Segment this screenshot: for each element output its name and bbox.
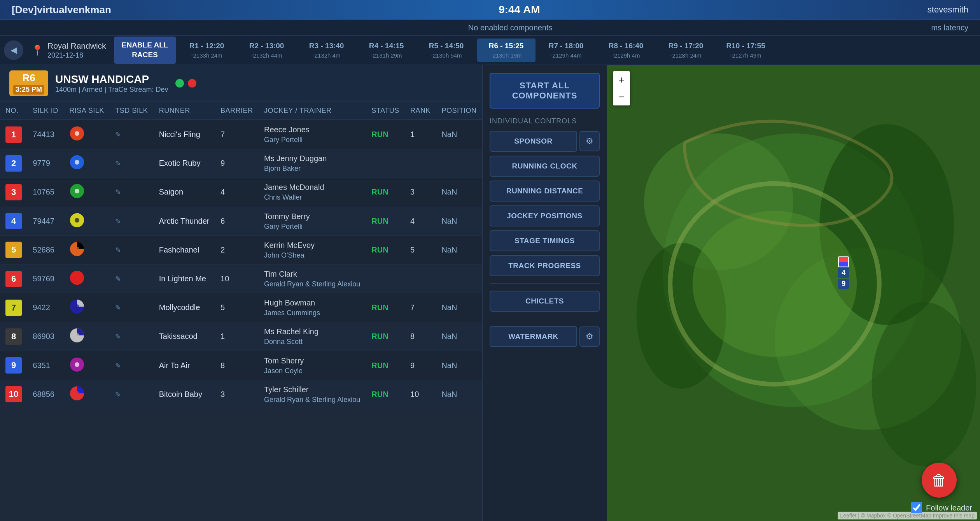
edit-icon[interactable]: ✎ — [115, 275, 121, 283]
race-tab-r6[interactable]: R6 - 15:25 -2130h 19m — [477, 39, 536, 62]
cell-barrier: 10 — [215, 264, 259, 293]
cell-silk-id: 9779 — [27, 149, 64, 178]
edit-icon[interactable]: ✎ — [115, 188, 121, 196]
cell-tsd-silk: ✎ — [110, 351, 154, 380]
map-zoom-in-button[interactable]: + — [613, 71, 630, 88]
race-nav: ◀ 📍 Royal Randwick 2021-12-18 ENABLE ALL… — [0, 36, 980, 65]
jockey-positions-button[interactable]: JOCKEY POSITIONS — [490, 205, 600, 226]
enable-all-races-button[interactable]: ENABLE ALLRACES — [114, 37, 176, 63]
cell-barrier: 7 — [215, 120, 259, 149]
venue-info: 📍 Royal Randwick 2021-12-18 — [25, 40, 112, 60]
cell-status — [366, 149, 405, 178]
num-badge: 4 — [5, 213, 22, 229]
race-tab-r8[interactable]: R8 - 16:40 -2129h 4m — [597, 39, 655, 62]
race-tab-r6-num: R6 - 15:25 — [489, 41, 524, 51]
table-row: 7 9422 ✎ Mollycoddle 5 Hugh Bowman James… — [0, 293, 482, 322]
jockey-name: Tom Sherry — [264, 355, 360, 366]
jockey-name: Reece Jones — [264, 124, 360, 135]
trainer-name: Gary Portelli — [264, 222, 360, 232]
race-tab-r4[interactable]: R4 - 14:15 -2131h 29m — [357, 39, 416, 62]
cell-risa-silk — [64, 322, 110, 351]
follow-leader-checkbox[interactable] — [911, 502, 922, 513]
edit-icon[interactable]: ✎ — [115, 131, 121, 139]
col-tsd-silk: TSD SILK — [110, 102, 154, 120]
running-distance-button[interactable]: RUNNING DISTANCE — [490, 181, 600, 202]
race-tab-r9[interactable]: R9 - 17:20 -2128h 24m — [657, 39, 715, 62]
cell-position: NaN — [436, 322, 482, 351]
edit-icon[interactable]: ✎ — [115, 362, 121, 370]
cell-rank: 1 — [405, 120, 436, 149]
cell-position: NaN — [436, 120, 482, 149]
race-tab-r5-diff: -2130h 54m — [431, 51, 462, 60]
back-button[interactable]: ◀ — [4, 40, 23, 60]
status-value: RUN — [371, 361, 388, 370]
watermark-gear-button[interactable]: ⚙ — [579, 326, 600, 347]
race-tab-r3[interactable]: R3 - 13:40 -2132h 4m — [298, 39, 356, 62]
race-tab-r8-num: R8 - 16:40 — [609, 41, 644, 51]
col-barrier: BARRIER — [215, 102, 259, 120]
cell-status: RUN — [366, 322, 405, 351]
cell-runner: Mollycoddle — [154, 293, 215, 322]
table-row: 8 86903 ✎ Takissacod 1 Ms Rachel King Do… — [0, 322, 482, 351]
edit-icon[interactable]: ✎ — [115, 246, 121, 254]
edit-icon[interactable]: ✎ — [115, 391, 121, 398]
cell-barrier: 2 — [215, 235, 259, 264]
race-tab-r10[interactable]: R10 - 17:55 -2127h 49m — [717, 39, 775, 62]
cell-no: 3 — [0, 178, 27, 207]
race-tab-r5[interactable]: R5 - 14:50 -2130h 54m — [417, 39, 476, 62]
svg-point-9 — [75, 247, 79, 251]
track-progress-button[interactable]: TRACK PROGRESS — [490, 255, 600, 276]
race-header: R6 3:25 PM UNSW HANDICAP 1400m | Armed |… — [0, 65, 482, 102]
divider-2 — [490, 319, 600, 319]
trainer-name: Jason Coyle — [264, 366, 360, 376]
status-value: RUN — [371, 390, 388, 398]
fab-delete-button[interactable]: 🗑 — [922, 463, 957, 498]
edit-icon[interactable]: ✎ — [115, 333, 121, 340]
cell-silk-id: 6351 — [27, 351, 64, 380]
cell-risa-silk — [64, 178, 110, 207]
cell-status — [366, 264, 405, 293]
edit-icon[interactable]: ✎ — [115, 160, 121, 167]
cell-no: 4 — [0, 207, 27, 235]
edit-icon[interactable]: ✎ — [115, 218, 121, 225]
map-panel: + − 4 9 Leaflet | © Mapbox © OpenStreetM… — [607, 65, 980, 521]
chiclets-button[interactable]: CHICLETS — [490, 291, 600, 312]
edit-icon[interactable]: ✎ — [115, 304, 121, 312]
jockey-name: James McDonald — [264, 182, 360, 193]
running-clock-button[interactable]: RUNNING CLOCK — [490, 156, 600, 177]
race-badge: R6 3:25 PM — [9, 70, 48, 96]
race-subtitle: 1400m | Armed | TraCe Stream: Dev — [55, 86, 168, 94]
cell-no: 8 — [0, 322, 27, 351]
cell-jt: Ms Jenny Duggan Bjorn Baker — [259, 149, 366, 178]
cell-rank: 7 — [405, 293, 436, 322]
table-row: 9 6351 ✎ Air To Air 8 Tom Sherry Jason C… — [0, 351, 482, 380]
table-row: 5 52686 ✎ Fashchanel 2 Kerrin McEvoy Joh… — [0, 235, 482, 264]
race-tab-r8-diff: -2129h 4m — [612, 51, 640, 60]
cell-tsd-silk: ✎ — [110, 207, 154, 235]
watermark-button[interactable]: WATERMARK — [490, 326, 577, 347]
runner-name: Takissacod — [159, 332, 198, 340]
race-tab-r7[interactable]: R7 - 18:00 -2129h 44m — [537, 39, 595, 62]
runner-name: Nicci's Fling — [159, 130, 200, 139]
race-tab-r2[interactable]: R2 - 13:00 -2132h 44m — [238, 39, 296, 62]
cell-status: RUN — [366, 207, 405, 235]
cell-barrier: 9 — [215, 149, 259, 178]
svg-point-1 — [75, 131, 79, 136]
race-tab-r2-num: R2 - 13:00 — [249, 41, 284, 51]
cell-barrier: 4 — [215, 178, 259, 207]
runner-name: Saigon — [159, 188, 183, 196]
top-bar: [Dev]virtualvenkman 9:44 AM stevesmith — [0, 0, 980, 20]
marker-flag — [838, 256, 849, 267]
cell-position — [436, 149, 482, 178]
sponsor-button[interactable]: SPONSOR — [490, 131, 577, 152]
status-value: RUN — [371, 332, 388, 340]
sponsor-gear-button[interactable]: ⚙ — [579, 131, 600, 151]
status-dot-red — [188, 79, 196, 88]
stage-timings-button[interactable]: STAGE TIMINGS — [490, 230, 600, 251]
col-jt: JOCKEY / TRAINER — [259, 102, 366, 120]
race-tab-r1[interactable]: R1 - 12:20 -2133h 24m — [178, 39, 236, 62]
cell-no: 2 — [0, 149, 27, 178]
race-tab-r4-num: R4 - 14:15 — [369, 41, 404, 51]
map-zoom-out-button[interactable]: − — [613, 88, 630, 105]
start-all-components-button[interactable]: START ALL COMPONENTS — [490, 73, 600, 109]
